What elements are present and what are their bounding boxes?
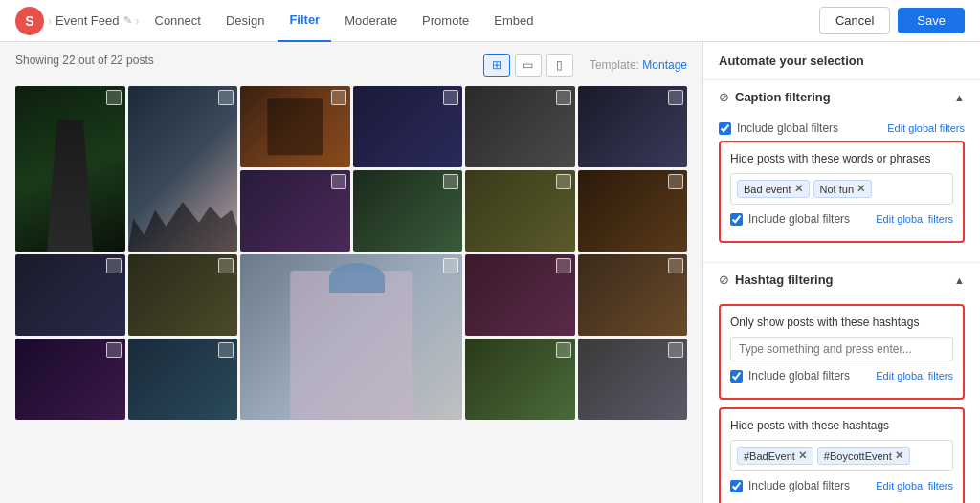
- photo-14[interactable]: [465, 254, 575, 336]
- tag-bad-event-hash[interactable]: #BadEvent ✕: [737, 447, 813, 465]
- photo-16[interactable]: [15, 339, 125, 420]
- view-controls: ⊞ ▭ ▯ Template: Montage: [483, 54, 687, 77]
- photo-select-14[interactable]: [556, 258, 571, 273]
- photo-select-9[interactable]: [556, 174, 571, 189]
- photo-7[interactable]: [240, 170, 350, 252]
- photo-select-5[interactable]: [218, 90, 234, 105]
- nav-filter[interactable]: Filter: [278, 0, 331, 42]
- caption-section-body: Include global filters Edit global filte…: [703, 114, 980, 262]
- photo-select-19[interactable]: [668, 342, 683, 358]
- caption-edit-link-bottom[interactable]: Edit global filters: [876, 213, 953, 225]
- hashtag-show-label: Only show posts with these hashtags: [730, 316, 953, 329]
- photo-select-6[interactable]: [668, 90, 683, 105]
- nav-promote[interactable]: Promote: [411, 0, 480, 42]
- hashtag-show-include-row: Include global filters Edit global filte…: [730, 369, 953, 383]
- caption-include-label-top[interactable]: Include global filters: [719, 121, 838, 135]
- nav-embed[interactable]: Embed: [482, 0, 545, 42]
- caption-include-checkbox-bottom[interactable]: [730, 213, 743, 226]
- photo-5[interactable]: [128, 86, 238, 252]
- hashtag-tags-area[interactable]: #BadEvent ✕ #BoycottEvent ✕: [730, 440, 953, 471]
- photo-4[interactable]: [465, 86, 575, 167]
- hashtag-show-include-label[interactable]: Include global filters: [730, 369, 850, 383]
- caption-hide-box: Hide posts with these words or phrases B…: [719, 141, 965, 243]
- tag-bad-event-hash-remove[interactable]: ✕: [798, 449, 807, 462]
- caption-include-label-bottom[interactable]: Include global filters: [730, 212, 850, 226]
- caption-tags-area[interactable]: Bad event ✕ Not fun ✕: [730, 173, 953, 205]
- photo-select-18[interactable]: [556, 342, 571, 358]
- photo-select-17[interactable]: [218, 342, 234, 358]
- hashtag-section-title: Hashtag filtering: [735, 273, 834, 287]
- template-value: Montage: [642, 58, 687, 72]
- photo-10[interactable]: [578, 170, 688, 252]
- nav-moderate[interactable]: Moderate: [333, 0, 409, 42]
- photo-3[interactable]: [353, 86, 463, 167]
- photo-select-1[interactable]: [106, 90, 122, 105]
- tag-not-fun-remove[interactable]: ✕: [857, 183, 865, 195]
- template-label: Template: Montage: [590, 58, 687, 72]
- hashtag-show-edit-link[interactable]: Edit global filters: [876, 370, 953, 382]
- photo-9[interactable]: [465, 170, 575, 252]
- hashtag-hide-include-checkbox[interactable]: [730, 480, 743, 492]
- photo-select-2[interactable]: [331, 90, 346, 105]
- hashtag-chevron-icon: ▲: [954, 274, 965, 286]
- hashtag-show-input[interactable]: [730, 337, 953, 361]
- hashtag-hide-include-label[interactable]: Include global filters: [730, 479, 850, 492]
- caption-chevron-icon: ▲: [954, 92, 965, 103]
- photo-2[interactable]: [240, 86, 350, 167]
- photo-17[interactable]: [128, 339, 238, 420]
- photo-8[interactable]: [353, 170, 463, 252]
- photo-1[interactable]: [15, 86, 125, 252]
- photo-select-4[interactable]: [556, 90, 571, 105]
- tag-bad-event[interactable]: Bad event ✕: [737, 180, 810, 198]
- left-top-bar: Showing 22 out of 22 posts ⊞ ▭ ▯ Templat…: [15, 54, 687, 77]
- edit-feed-icon[interactable]: ✎: [123, 14, 132, 27]
- photo-11[interactable]: [15, 254, 125, 336]
- view-tablet-btn[interactable]: ▭: [515, 54, 542, 77]
- photo-grid: [15, 86, 687, 420]
- hashtag-section-header[interactable]: ⊘ Hashtag filtering ▲: [703, 263, 980, 296]
- nav-design[interactable]: Design: [214, 0, 276, 42]
- caption-section-header[interactable]: ⊘ Caption filtering ▲: [703, 80, 980, 114]
- hashtag-filter-icon: ⊘: [719, 273, 729, 287]
- hashtag-hide-box: Hide posts with these hashtags #BadEvent…: [719, 407, 965, 503]
- breadcrumb-feed[interactable]: Event Feed ✎: [56, 13, 132, 28]
- left-panel: Showing 22 out of 22 posts ⊞ ▭ ▯ Templat…: [0, 42, 702, 503]
- photo-select-13[interactable]: [443, 258, 458, 273]
- photo-18[interactable]: [465, 339, 575, 420]
- photo-15[interactable]: [578, 254, 688, 336]
- photo-select-10[interactable]: [668, 174, 683, 189]
- photo-select-11[interactable]: [106, 258, 122, 273]
- photo-select-12[interactable]: [218, 258, 234, 273]
- photo-6[interactable]: [578, 86, 688, 167]
- view-mobile-btn[interactable]: ▯: [546, 54, 573, 77]
- photo-19[interactable]: [578, 339, 688, 420]
- tag-bad-event-remove[interactable]: ✕: [794, 183, 803, 195]
- hashtag-hide-include-row: Include global filters Edit global filte…: [730, 479, 953, 492]
- photo-select-8[interactable]: [443, 174, 458, 189]
- nav-sep-2: ›: [136, 14, 140, 28]
- nav-steps: Connect Design Filter Moderate Promote E…: [144, 0, 819, 42]
- hashtag-title-row: ⊘ Hashtag filtering: [719, 273, 834, 287]
- caption-include-checkbox-top[interactable]: [719, 122, 731, 135]
- hashtag-hide-edit-link[interactable]: Edit global filters: [876, 480, 953, 492]
- photo-select-7[interactable]: [331, 174, 346, 189]
- tag-boycott-event[interactable]: #BoycottEvent ✕: [817, 447, 910, 465]
- tag-not-fun[interactable]: Not fun ✕: [813, 180, 872, 198]
- cancel-button[interactable]: Cancel: [819, 7, 890, 34]
- caption-section-title: Caption filtering: [735, 90, 831, 104]
- photo-12[interactable]: [128, 254, 238, 336]
- save-button[interactable]: Save: [898, 8, 965, 33]
- nav-connect[interactable]: Connect: [144, 0, 212, 42]
- logo[interactable]: S: [15, 7, 44, 35]
- photo-select-3[interactable]: [443, 90, 458, 105]
- photo-13[interactable]: [240, 254, 462, 420]
- caption-edit-link-top[interactable]: Edit global filters: [887, 122, 965, 134]
- hashtag-show-include-checkbox[interactable]: [730, 370, 743, 383]
- tag-boycott-event-remove[interactable]: ✕: [895, 449, 903, 462]
- photo-select-15[interactable]: [668, 258, 683, 273]
- photo-select-16[interactable]: [106, 342, 122, 358]
- view-desktop-btn[interactable]: ⊞: [483, 54, 510, 77]
- caption-title-row: ⊘ Caption filtering: [719, 90, 831, 104]
- hashtag-show-box: Only show posts with these hashtags Incl…: [719, 304, 965, 400]
- main-content: Showing 22 out of 22 posts ⊞ ▭ ▯ Templat…: [0, 42, 980, 503]
